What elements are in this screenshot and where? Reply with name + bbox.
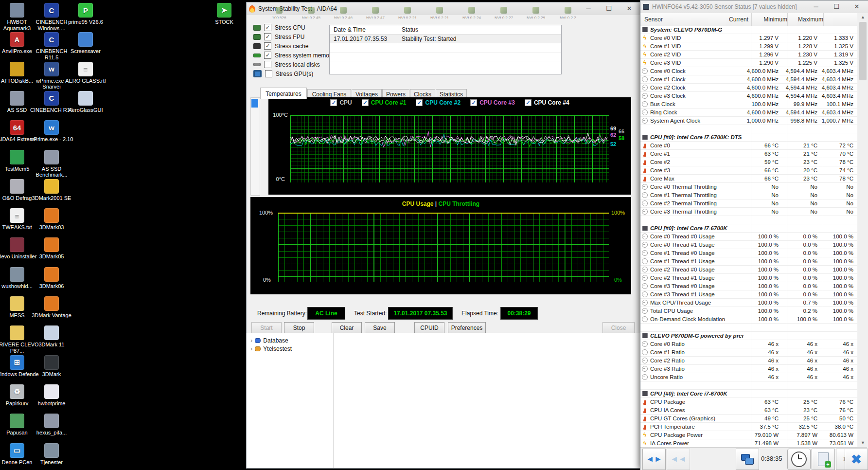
sensor-section-system-clevo-p870dm-g[interactable]: System: CLEVO P870DM-G (640, 26, 857, 34)
sensor-row-cpu-gt-cores-graphics-[interactable]: CPU GT Cores (Graphics)49 °C25 °C50 °C (640, 415, 857, 423)
desktop-icon[interactable]: AS SSD Benchmark... (29, 150, 74, 178)
save-button[interactable]: Save (365, 322, 395, 333)
sensor-row-core-2-ratio[interactable]: Core #2 Ratio46 x46 x46 x (640, 357, 857, 365)
sensor-row-core-0-ratio[interactable]: Core #0 Ratio46 x46 x46 x (640, 340, 857, 348)
sensor-row-core-1-ratio[interactable]: Core #1 Ratio46 x46 x46 x (640, 348, 857, 357)
remote-monitoring-button[interactable] (736, 449, 759, 470)
sensor-row-cpu-package[interactable]: CPU Package63 °C25 °C76 °C (640, 398, 857, 406)
sensor-row-core-1-vid[interactable]: ϟCore #1 VID1.299 V1.228 V1.325 V (640, 42, 857, 51)
sensor-row-core-3-thermal-throttling[interactable]: Core #3 Thermal ThrottlingNoNoNo (640, 208, 857, 216)
sensor-row-bus-clock[interactable]: Bus Clock100.0 MHz99.9 MHz100.1 MHz (640, 100, 857, 108)
sensor-row-core-2-vid[interactable]: ϟCore #2 VID1.296 V1.230 V1.319 V (640, 51, 857, 59)
col-header-current[interactable]: Current (709, 16, 748, 23)
stress-option-stress-cpu[interactable]: ✓Stress CPU (253, 24, 305, 31)
sensor-row-total-cpu-usage[interactable]: Total CPU Usage100.0 %0.2 %100.0 % (640, 307, 857, 315)
sensor-row-core-0-thermal-throttling[interactable]: Core #0 Thermal ThrottlingNoNoNo (640, 183, 857, 191)
sensor-row-core-2-thread-1-usage[interactable]: Core #2 Thread #1 Usage100.0 %0.0 %100.0… (640, 274, 857, 282)
sensor-row-system-agent-clock[interactable]: System Agent Clock1,000.0 MHz998.8 MHz1,… (640, 117, 857, 125)
cpuid-button[interactable]: CPUID (414, 322, 444, 333)
clear-button[interactable]: Clear (332, 322, 362, 333)
sensor-row-cpu-ia-cores[interactable]: CPU IA Cores63 °C23 °C76 °C (640, 406, 857, 415)
desktop-icon[interactable]: 3DMark 11 (29, 325, 74, 348)
scrollbar-thumb[interactable] (251, 99, 258, 108)
sensor-row-core-3-thread-1-usage[interactable]: Core #3 Thread #1 Usage100.0 %0.0 %100.0… (640, 290, 857, 299)
desktop-icon[interactable]: hwbotprime (29, 384, 74, 407)
desktop-icon[interactable]: Screensaver (63, 32, 108, 54)
desktop-icon[interactable]: Pprime95 V26.6 (63, 3, 108, 25)
legend-cpu[interactable]: ✓CPU (330, 99, 352, 106)
tree-item-database[interactable]: ›Database (250, 337, 288, 344)
chevron-right-icon[interactable]: › (250, 337, 252, 344)
minimize-button[interactable]: ─ (578, 2, 599, 14)
desktop-icon[interactable]: 3DMark (29, 355, 74, 378)
sensor-row-ia-cores-power[interactable]: ϟIA Cores Power71.498 W1.538 W73.051 W (640, 439, 857, 447)
scrollbar-thumb[interactable] (859, 22, 867, 80)
sensor-row-max-cpu-thread-usage[interactable]: Max CPU/Thread Usage100.0 %0.7 %100.0 % (640, 299, 857, 307)
col-header-sensor[interactable]: Sensor (644, 16, 663, 23)
aida64-titlebar[interactable]: System Stability Test - AIDA64 100.528NV… (247, 2, 640, 15)
legend-checkbox[interactable]: ✓ (330, 99, 337, 106)
sensor-row-core-0-vid[interactable]: ϟCore #0 VID1.297 V1.220 V1.333 V (640, 34, 857, 42)
desktop-icon[interactable]: 3DMark Vantage (29, 296, 74, 319)
sensor-row-cpu-package-power[interactable]: ϟCPU Package Power79.010 W7.897 W80.613 … (640, 431, 857, 439)
legend-checkbox[interactable]: ✓ (525, 99, 531, 106)
chevron-right-icon[interactable]: › (250, 345, 252, 352)
legend-checkbox[interactable]: ✓ (416, 99, 423, 106)
legend-cpu-core-3[interactable]: ✓CPU Core #3 (470, 99, 515, 106)
sensor-row-on-demand-clock-modulation[interactable]: On-Demand Clock Modulation100.0 %100.0 %… (640, 315, 857, 324)
desktop-icon[interactable]: 3DMark05 (29, 237, 74, 260)
col-header-minimum[interactable]: Minimum (751, 16, 787, 23)
sensor-row-core-1-thermal-throttling[interactable]: Core #1 Thermal ThrottlingNoNoNo (640, 191, 857, 199)
report-button[interactable]: + (812, 449, 835, 470)
desktop-icon[interactable]: wwPrime.exe - 2.10 (29, 120, 74, 143)
sensor-row-core-3-vid[interactable]: ϟCore #3 VID1.290 V1.225 V1.325 V (640, 59, 857, 67)
stress-option-stress-fpu[interactable]: ✓Stress FPU (253, 33, 304, 40)
checkbox[interactable] (264, 61, 271, 68)
stop-button[interactable]: Stop (284, 322, 314, 333)
clock-button[interactable] (787, 449, 811, 470)
maximize-button[interactable]: ☐ (599, 2, 619, 14)
stress-option-stress-local-disks[interactable]: Stress local disks (253, 61, 320, 68)
legend-cpu-core-2[interactable]: ✓CPU Core #2 (416, 99, 461, 106)
sensor-section-clevo-p870dm-g-powered-by-premamod-[interactable]: CLEVO P870DM-G powered by premamod.... (640, 332, 857, 340)
sensor-row-core-0-thread-1-usage[interactable]: Core #0 Thread #1 Usage100.0 %0.0 %100.0… (640, 241, 857, 249)
sensor-row-core-1-clock[interactable]: Core #1 Clock4,600.0 MHz4,594.4 MHz4,603… (640, 75, 857, 84)
sensor-row-core-3[interactable]: Core #366 °C20 °C74 °C (640, 166, 857, 175)
sensor-row-core-3-ratio[interactable]: Core #3 Ratio46 x46 x46 x (640, 365, 857, 373)
sensor-row-core-0-clock[interactable]: Core #0 Clock4,600.0 MHz4,594.4 MHz4,603… (640, 67, 857, 75)
sensor-row-ring-clock[interactable]: Ring Clock4,600.0 MHz4,594.4 MHz4,603.4 … (640, 108, 857, 117)
scroll-up-arrow[interactable]: ▲ (858, 13, 868, 21)
sensor-row-pch-temperature[interactable]: PCH Temperature37.5 °C32.5 °C38.0 °C (640, 423, 857, 431)
start-button[interactable]: Start (251, 322, 282, 333)
sensor-row-core-1-thread-1-usage[interactable]: Core #1 Thread #1 Usage100.0 %0.0 %100.0… (640, 257, 857, 266)
checkbox[interactable]: ✓ (264, 52, 271, 59)
sensor-row-core-2-thermal-throttling[interactable]: Core #2 Thermal ThrottlingNoNoNo (640, 199, 857, 208)
hwinfo-minimize-button[interactable]: ─ (806, 0, 826, 12)
sensor-row-core-0-thread-0-usage[interactable]: Core #0 Thread #0 Usage100.0 %0.0 %100.0… (640, 233, 857, 241)
close-button[interactable]: Close (602, 322, 635, 333)
sensor-row-core-2-clock[interactable]: Core #2 Clock4,600.0 MHz4,594.4 MHz4,603… (640, 84, 857, 92)
sensor-row-uncore-ratio[interactable]: Uncore Ratio46 x46 x46 x (640, 373, 857, 381)
sensor-row-core-2[interactable]: Core #259 °C23 °C78 °C (640, 158, 857, 166)
sensor-row-core-1-thread-0-usage[interactable]: Core #1 Thread #0 Usage100.0 %0.0 %100.0… (640, 249, 857, 257)
hwinfo-sensor-list[interactable]: System: CLEVO P870DM-GϟCore #0 VID1.297 … (640, 26, 857, 447)
desktop-icon[interactable]: AeroGlassGUI (63, 91, 108, 113)
sensor-section-cpu-0-intel-core-i7-6700k[interactable]: CPU [#0]: Intel Core i7-6700K (640, 390, 857, 398)
desktop-icon[interactable]: ≡AERO GLASS.rtf (63, 62, 108, 84)
log-header-date[interactable]: Date & Time (334, 26, 366, 33)
stress-option-stress-system-memory[interactable]: ✓Stress system memory (253, 52, 334, 59)
nav-arrows-button[interactable]: ◄► (642, 449, 666, 470)
hwinfo-scrollbar[interactable]: ▲ ▼ (858, 13, 868, 447)
desktop-icon[interactable]: 3DMark06 (29, 267, 74, 289)
log-header-status[interactable]: Status (402, 26, 418, 33)
legend-cpu-core-4[interactable]: ✓CPU Core #4 (525, 99, 569, 106)
preferences-button[interactable]: Preferences (448, 322, 486, 333)
sensor-row-core-0[interactable]: Core #066 °C21 °C72 °C (640, 142, 857, 150)
sensor-row-core-3-clock[interactable]: Core #3 Clock4,600.0 MHz4,594.4 MHz4,603… (640, 92, 857, 100)
exit-button[interactable]: ✖ (845, 449, 868, 470)
sensor-section-cpu-0-intel-core-i7-6700k[interactable]: CPU [#0]: Intel Core i7-6700K (640, 224, 857, 233)
scroll-down-arrow[interactable]: ▼ (858, 439, 868, 447)
sensor-row-core-3-thread-0-usage[interactable]: Core #3 Thread #0 Usage100.0 %0.0 %100.0… (640, 282, 857, 290)
col-header-maximum[interactable]: Maximum (789, 16, 823, 23)
sensor-row-core-1[interactable]: Core #163 °C21 °C70 °C (640, 150, 857, 158)
